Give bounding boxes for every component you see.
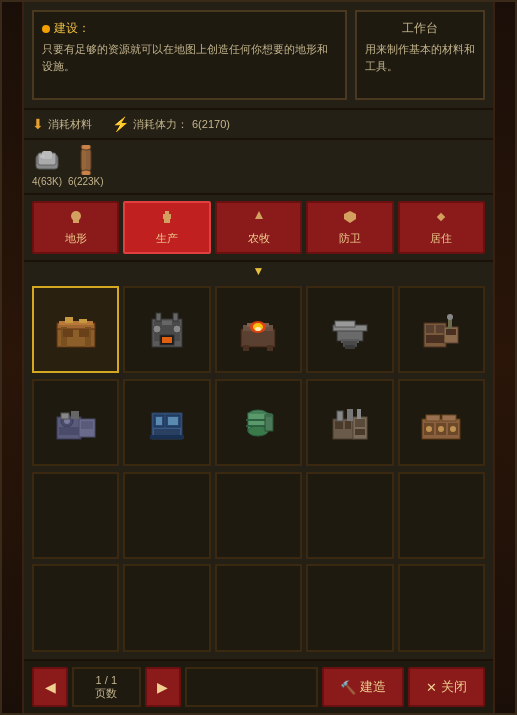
svg-rect-88 (426, 415, 440, 421)
build-icon: 🔨 (340, 680, 356, 695)
close-label: 关闭 (441, 678, 467, 696)
build-label: 建造 (360, 678, 386, 696)
svg-rect-31 (162, 321, 172, 325)
svg-rect-24 (79, 319, 87, 323)
page-label: 页数 (95, 686, 117, 701)
svg-rect-53 (426, 335, 444, 343)
right-decoration (493, 2, 515, 713)
cost-section: ⬇ 消耗材料 ⚡ 消耗体力： 6(2170) (24, 110, 493, 140)
svg-point-30 (173, 325, 181, 333)
stamina-icon: ⚡ (112, 116, 129, 132)
svg-marker-13 (255, 211, 263, 219)
svg-rect-83 (355, 429, 365, 435)
grid-item-4[interactable] (398, 286, 485, 373)
workbench-description: 用来制作基本的材料和工具。 (365, 41, 475, 74)
tab-housing[interactable]: 居住 (398, 201, 485, 254)
stone-resource: 4(63K) (32, 146, 62, 187)
next-page-button[interactable]: ▶ (145, 667, 181, 707)
svg-rect-84 (337, 411, 343, 421)
svg-point-39 (255, 327, 261, 331)
grid-item-5[interactable] (32, 379, 119, 466)
top-section: 建设： 只要有足够的资源就可以在地图上创造任何你想要的地形和设施。 工作台 用来… (24, 2, 493, 110)
tab-terrain[interactable]: 地形 (32, 201, 119, 254)
item-sprite-0 (42, 296, 109, 363)
svg-point-93 (426, 426, 432, 432)
grid-item-1[interactable] (123, 286, 210, 373)
svg-rect-68 (156, 417, 162, 425)
svg-rect-32 (156, 313, 161, 321)
housing-label: 居住 (430, 231, 452, 246)
housing-icon (433, 209, 449, 228)
bottom-navigation: ◀ 1 / 1 页数 ▶ 🔨 建造 ✕ 关闭 (24, 659, 493, 713)
page-numbers: 1 / 1 (96, 674, 117, 686)
farming-label: 农牧 (248, 231, 270, 246)
svg-rect-67 (154, 429, 180, 435)
item-sprite-9 (408, 389, 475, 456)
defense-label: 防卫 (339, 231, 361, 246)
svg-rect-82 (355, 419, 365, 427)
build-title: 建设： (42, 20, 337, 37)
grid-item-18 (306, 564, 393, 651)
material-icon: ⬇ (32, 116, 44, 132)
svg-point-95 (450, 426, 456, 432)
stamina-cost: ⚡ 消耗体力： 6(2170) (112, 116, 230, 132)
title-dot (42, 25, 50, 33)
grid-item-2[interactable] (215, 286, 302, 373)
svg-rect-51 (436, 325, 444, 333)
svg-rect-70 (150, 435, 184, 439)
svg-rect-89 (442, 415, 456, 421)
svg-rect-76 (265, 415, 273, 431)
svg-rect-85 (347, 409, 353, 421)
category-arrow: ▼ (24, 262, 493, 280)
grid-item-7[interactable] (215, 379, 302, 466)
log-count: 6(223K) (68, 176, 104, 187)
build-info-panel: 建设： 只要有足够的资源就可以在地图上创造任何你想要的地形和设施。 (32, 10, 347, 100)
svg-rect-40 (243, 345, 249, 351)
grid-item-0[interactable] (32, 286, 119, 373)
item-sprite-3 (317, 296, 384, 363)
svg-rect-47 (345, 345, 355, 349)
svg-rect-81 (345, 421, 351, 429)
tab-defense[interactable]: 防卫 (306, 201, 393, 254)
grid-item-6[interactable] (123, 379, 210, 466)
item-sprite-7 (225, 389, 292, 456)
terrain-icon (68, 209, 84, 228)
svg-rect-5 (82, 147, 86, 173)
grid-item-17 (215, 564, 302, 651)
stone-count: 4(63K) (32, 176, 62, 187)
resource-items: 4(63K) 6(223K) (24, 140, 493, 195)
grid-item-10 (32, 472, 119, 559)
category-tabs: 地形 生产 农牧 (24, 195, 493, 262)
tab-production[interactable]: 生产 (123, 201, 210, 254)
prev-page-button[interactable]: ◀ (32, 667, 68, 707)
workbench-title: 工作台 (365, 20, 475, 37)
svg-point-7 (81, 170, 91, 175)
grid-item-19 (398, 564, 485, 651)
tab-farming[interactable]: 农牧 (215, 201, 302, 254)
build-button[interactable]: 🔨 建造 (322, 667, 404, 707)
svg-rect-61 (81, 421, 93, 429)
svg-rect-12 (165, 211, 169, 215)
log-icon (72, 146, 100, 174)
grid-item-11 (123, 472, 210, 559)
item-sprite-1 (134, 296, 201, 363)
terrain-label: 地形 (65, 231, 87, 246)
stone-icon (33, 146, 61, 174)
svg-rect-23 (65, 317, 73, 323)
item-sprite-2 (225, 296, 292, 363)
grid-item-9[interactable] (398, 379, 485, 466)
svg-rect-44 (335, 321, 355, 327)
svg-rect-18 (59, 321, 93, 325)
farming-icon (251, 209, 267, 228)
svg-rect-86 (357, 409, 361, 419)
svg-rect-62 (61, 413, 69, 419)
svg-marker-14 (344, 211, 356, 223)
close-button[interactable]: ✕ 关闭 (408, 667, 485, 707)
svg-rect-9 (73, 219, 79, 223)
production-icon (159, 209, 175, 228)
svg-point-29 (153, 325, 161, 333)
grid-item-3[interactable] (306, 286, 393, 373)
svg-rect-41 (267, 345, 273, 351)
grid-item-8[interactable] (306, 379, 393, 466)
svg-rect-69 (168, 417, 178, 425)
